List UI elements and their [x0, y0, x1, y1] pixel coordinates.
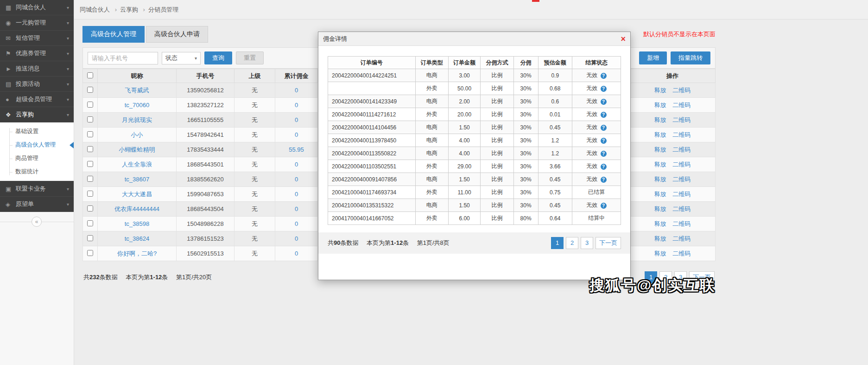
commission-link[interactable]: 0: [295, 191, 298, 198]
nickname-link[interactable]: 月光就现实: [122, 116, 152, 123]
help-icon[interactable]: ?: [601, 164, 607, 170]
commission-link[interactable]: 0: [295, 220, 298, 227]
sidebar-item[interactable]: ⚑ 优惠券管理 ▾: [0, 46, 74, 61]
qrcode-link[interactable]: 二维码: [672, 250, 691, 257]
commission-link[interactable]: 0: [295, 250, 298, 257]
nickname-link[interactable]: tc_38607: [125, 176, 150, 183]
sidebar-item[interactable]: ◈ 原望单 ▾: [0, 197, 74, 212]
row-checkbox[interactable]: [87, 220, 93, 226]
help-icon[interactable]: ?: [601, 73, 607, 79]
breadcrumb-item[interactable]: 分销员管理: [140, 6, 178, 13]
help-icon[interactable]: ?: [601, 203, 607, 209]
sidebar-item[interactable]: ❖ 云享购 ▾: [0, 107, 74, 122]
commission-link[interactable]: 0: [295, 235, 298, 242]
sidebar-item[interactable]: ▦ 同城合伙人 ▾: [0, 0, 74, 15]
release-link[interactable]: 释放: [654, 87, 666, 94]
close-icon[interactable]: ×: [621, 35, 626, 43]
nickname-link[interactable]: 小小: [131, 131, 143, 138]
row-checkbox[interactable]: [87, 176, 93, 182]
nickname-link[interactable]: 大大大遂昌: [122, 191, 152, 198]
row-checkbox[interactable]: [87, 235, 93, 241]
sidebar-item[interactable]: ▣ 联盟卡业务 ▾: [0, 181, 74, 197]
commission-link[interactable]: 55.95: [289, 146, 304, 153]
release-link[interactable]: 释放: [654, 250, 666, 257]
qrcode-link[interactable]: 二维码: [672, 116, 691, 123]
qrcode-link[interactable]: 二维码: [672, 87, 691, 94]
release-link[interactable]: 释放: [654, 102, 666, 109]
batch-jump-button[interactable]: 指量跳转: [671, 51, 710, 64]
tab[interactable]: 高级合伙人申请: [146, 26, 208, 43]
nickname-link[interactable]: tc_70060: [125, 102, 150, 109]
sidebar-item[interactable]: ◉ 一元购管理 ▾: [0, 15, 74, 31]
commission-link[interactable]: 0: [295, 131, 298, 138]
nickname-link[interactable]: 飞哥威武: [125, 87, 149, 94]
qrcode-link[interactable]: 二维码: [672, 146, 691, 153]
sidebar-item[interactable]: ► 推送消息 ▾: [0, 61, 74, 77]
qrcode-link[interactable]: 二维码: [672, 102, 691, 109]
add-button[interactable]: 新增: [639, 51, 667, 64]
release-link[interactable]: 释放: [654, 176, 666, 183]
help-icon[interactable]: ?: [601, 99, 607, 105]
select-all-checkbox[interactable]: [87, 72, 93, 78]
breadcrumb-item[interactable]: 云享购: [112, 6, 138, 13]
release-link[interactable]: 释放: [654, 205, 666, 212]
help-icon[interactable]: ?: [601, 125, 607, 131]
commission-link[interactable]: 0: [295, 102, 298, 109]
phone-input[interactable]: [88, 52, 158, 64]
status-select[interactable]: 状态 ▾: [162, 52, 201, 64]
qrcode-link[interactable]: 二维码: [672, 205, 691, 212]
commission-link[interactable]: 0: [295, 116, 298, 123]
qrcode-link[interactable]: 二维码: [672, 176, 691, 183]
help-icon[interactable]: ?: [601, 112, 607, 118]
release-link[interactable]: 释放: [654, 146, 666, 153]
submenu-item[interactable]: 基础设置: [0, 125, 74, 138]
help-icon[interactable]: ?: [601, 86, 607, 92]
qrcode-link[interactable]: 二维码: [672, 235, 691, 242]
collapse-button[interactable]: «: [32, 217, 42, 227]
page-button[interactable]: 2: [566, 237, 578, 249]
nickname-link[interactable]: tc_38598: [125, 220, 150, 227]
row-checkbox[interactable]: [87, 131, 93, 137]
page-button[interactable]: 3: [581, 237, 593, 249]
commission-link[interactable]: 0: [295, 87, 298, 94]
reset-button[interactable]: 重置: [236, 51, 264, 64]
nickname-link[interactable]: 人生全靠浪: [122, 161, 152, 168]
release-link[interactable]: 释放: [654, 235, 666, 242]
row-checkbox[interactable]: [87, 250, 93, 256]
sidebar-item[interactable]: ● 超级会员管理 ▾: [0, 92, 74, 107]
sidebar-item[interactable]: ▤ 投票活动 ▾: [0, 77, 74, 92]
row-checkbox[interactable]: [87, 116, 93, 122]
release-link[interactable]: 释放: [654, 116, 666, 123]
row-checkbox[interactable]: [87, 102, 93, 108]
qrcode-link[interactable]: 二维码: [672, 220, 691, 227]
breadcrumb-item[interactable]: 同城合伙人: [80, 6, 110, 13]
nickname-link[interactable]: 小蝴蝶蛤精明: [119, 146, 155, 153]
help-icon[interactable]: ?: [601, 177, 607, 183]
release-link[interactable]: 释放: [654, 220, 666, 227]
qrcode-link[interactable]: 二维码: [672, 191, 691, 198]
commission-link[interactable]: 0: [295, 205, 298, 212]
help-icon[interactable]: ?: [601, 151, 607, 157]
commission-link[interactable]: 0: [295, 161, 298, 168]
release-link[interactable]: 释放: [654, 161, 666, 168]
row-checkbox[interactable]: [87, 146, 93, 152]
page-button[interactable]: 1: [551, 237, 564, 249]
commission-link[interactable]: 0: [295, 176, 298, 183]
tab[interactable]: 高级合伙人管理: [82, 26, 145, 43]
next-page-button[interactable]: 下一页: [596, 237, 621, 249]
qrcode-link[interactable]: 二维码: [672, 161, 691, 168]
nickname-link[interactable]: 优衣库44444444: [114, 205, 159, 212]
qrcode-link[interactable]: 二维码: [672, 131, 691, 138]
submenu-item[interactable]: 数据统计: [0, 165, 74, 179]
row-checkbox[interactable]: [87, 205, 93, 211]
submenu-item[interactable]: 高级合伙人管理: [0, 138, 74, 152]
release-link[interactable]: 释放: [654, 191, 666, 198]
nickname-link[interactable]: tc_38624: [125, 235, 150, 242]
row-checkbox[interactable]: [87, 191, 93, 197]
sidebar-item[interactable]: ✉ 短信管理 ▾: [0, 31, 74, 46]
nickname-link[interactable]: 你好啊，二哈?: [117, 250, 157, 257]
row-checkbox[interactable]: [87, 161, 93, 167]
row-checkbox[interactable]: [87, 87, 93, 93]
release-link[interactable]: 释放: [654, 131, 666, 138]
submenu-item[interactable]: 商品管理: [0, 152, 74, 165]
